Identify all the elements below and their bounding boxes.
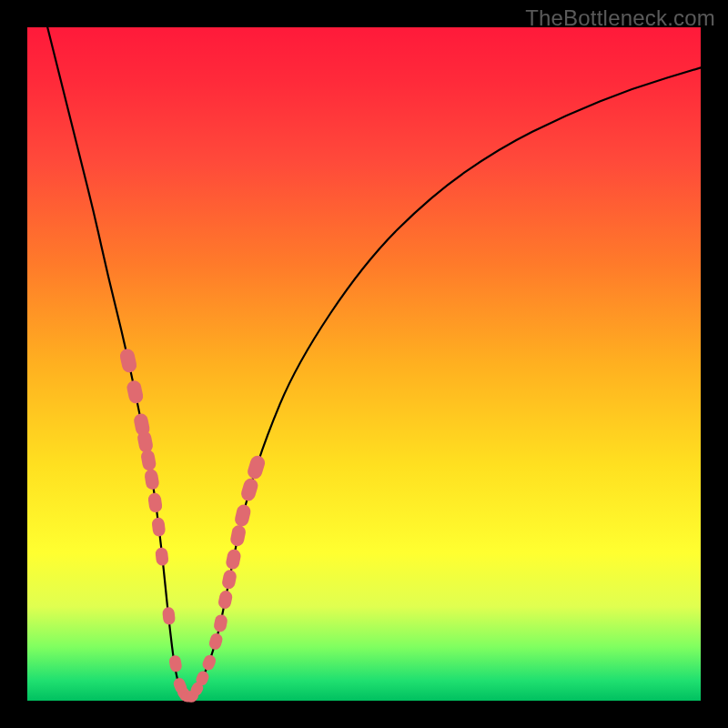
data-point-marker [140,449,157,471]
watermark-text: TheBottleneck.com [525,5,715,31]
data-point-marker [151,517,166,537]
data-point-marker [162,607,176,625]
data-point-markers [118,348,267,704]
data-point-marker [246,454,267,481]
data-point-marker [155,547,169,566]
data-point-marker [200,653,217,672]
data-point-marker [126,379,145,405]
data-point-marker [221,569,238,590]
data-point-marker [147,492,163,513]
bottleneck-curve [47,27,701,699]
chart-frame: TheBottleneck.com [0,0,728,728]
data-point-marker [118,348,137,374]
data-point-marker [144,469,160,490]
data-point-marker [207,632,224,651]
chart-svg [27,27,701,701]
data-point-marker [225,548,242,570]
data-point-marker [229,524,247,547]
plot-area [27,27,701,701]
data-point-marker [234,503,252,528]
data-point-marker [217,590,234,610]
data-point-marker [168,654,183,672]
data-point-marker [239,477,259,502]
data-point-marker [213,613,228,632]
